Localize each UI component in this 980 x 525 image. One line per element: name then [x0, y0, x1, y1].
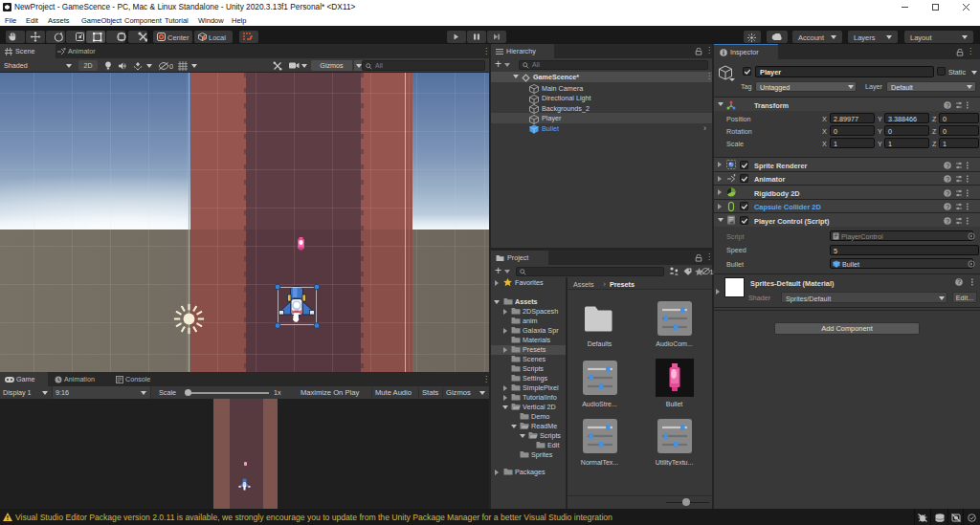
svg-text:?: ? — [957, 278, 961, 285]
svg-text:0: 0 — [169, 62, 173, 70]
